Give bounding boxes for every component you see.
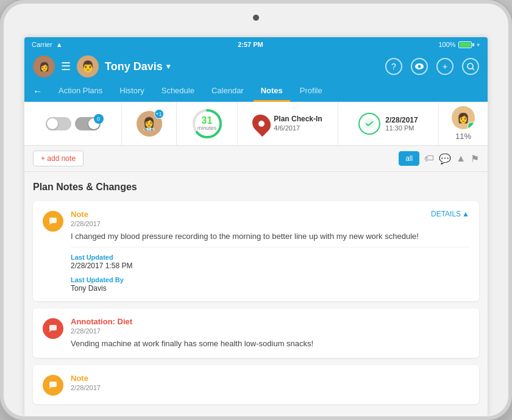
last-updated-label: Last Updated — [71, 254, 469, 261]
sidebar-avatar[interactable]: 👩 — [33, 55, 55, 77]
checklist-time: 11:30 PM — [385, 124, 418, 132]
search-icon[interactable] — [462, 58, 479, 75]
circle-label: minutes — [197, 126, 217, 132]
circle-progress: 31 minutes — [191, 107, 224, 140]
status-right: 100% + — [438, 41, 480, 48]
pin-icon — [249, 110, 274, 136]
note-card-1: Note DETAILS ▲ 2/28/2017 I changed my bl… — [33, 201, 479, 301]
help-icon[interactable]: ? — [385, 58, 402, 75]
content-area: Plan Notes & Changes Note DETAILS ▲ — [24, 172, 488, 416]
svg-line-3 — [472, 68, 474, 70]
note-divider-1 — [71, 247, 469, 247]
percent-avatar[interactable]: 👩 ✓ — [452, 106, 475, 129]
note-body-3: Note 2/28/2017 — [71, 374, 469, 396]
add-note-bar: + add note all 🏷 💬 ▲ ⚑ — [24, 146, 488, 172]
checkin-text: Plan Check-In 4/6/2017 — [274, 115, 322, 133]
hamburger-menu[interactable]: ☰ — [61, 60, 71, 73]
note-text-1: I changed my blood pressure recording to… — [71, 231, 469, 242]
tab-schedule[interactable]: Schedule — [154, 81, 202, 102]
toggle-badge: 0 — [94, 114, 104, 124]
circle-value: 31 — [197, 115, 217, 126]
note-text-2: Vending machine at work finally has some… — [71, 338, 469, 349]
summary-toggles: 0 — [24, 102, 122, 145]
add-icon[interactable]: + — [436, 58, 453, 75]
user-dropdown-arrow[interactable]: ▾ — [166, 62, 170, 71]
note-type-2: Annotation: Diet — [71, 317, 132, 326]
toggle-left[interactable] — [46, 117, 71, 130]
carrier-text: Carrier — [32, 41, 52, 48]
tab-notes[interactable]: Notes — [254, 81, 290, 102]
filter-all-button[interactable]: all — [399, 151, 419, 166]
patient-face: 👩‍⚕️ — [141, 116, 157, 131]
last-updated-by-value: Tony Davis — [71, 284, 469, 293]
note-icon-2 — [43, 318, 63, 339]
camera — [253, 15, 259, 21]
tab-profile[interactable]: Profile — [293, 81, 330, 102]
svg-marker-8 — [49, 223, 52, 225]
note-meta-by: Last Updated By Tony Davis — [71, 276, 469, 293]
last-updated-by-label: Last Updated By — [71, 276, 469, 283]
device: Carrier ▲ 2:57 PM 100% + 👩 — [0, 0, 512, 420]
svg-point-2 — [468, 63, 473, 69]
notification-badge: +1 — [154, 109, 164, 119]
note-type-1: Note — [71, 210, 88, 219]
summary-checklist: 2/28/2017 11:30 PM — [338, 102, 439, 145]
plus-indicator: + — [477, 41, 480, 48]
checklist-icon[interactable] — [358, 113, 380, 135]
section-title: Plan Notes & Changes — [33, 182, 479, 193]
note-date-3: 2/28/2017 — [71, 384, 469, 391]
note-header-3: Note — [71, 374, 469, 383]
filter-icons: all 🏷 💬 ▲ ⚑ — [399, 151, 479, 166]
note-meta-updated: Last Updated 2/28/2017 1:58 PM — [71, 254, 469, 270]
note-icon-3 — [43, 375, 63, 396]
tab-calendar[interactable]: Calendar — [204, 81, 251, 102]
summary-circle: 31 minutes — [177, 102, 238, 145]
status-left: Carrier ▲ — [32, 41, 63, 48]
checkin-label: Plan Check-In — [274, 115, 322, 124]
header: 👩 ☰ 👨 Tony Davis ▾ ? — [24, 52, 488, 81]
header-right: ? + — [385, 58, 479, 75]
user-avatar[interactable]: 👨 — [77, 55, 99, 77]
note-header-2: Annotation: Diet — [71, 317, 469, 326]
summary-checkin[interactable]: Plan Check-In 4/6/2017 — [238, 102, 338, 145]
nav-back-button[interactable]: ← — [33, 86, 43, 97]
note-type-3: Note — [71, 374, 88, 383]
note-body-1: Note DETAILS ▲ 2/28/2017 I changed my bl… — [71, 210, 469, 293]
filter-alert-icon[interactable]: ▲ — [456, 153, 466, 164]
wifi-icon: ▲ — [56, 41, 63, 48]
tab-history[interactable]: History — [112, 81, 151, 102]
svg-rect-11 — [49, 382, 57, 387]
filter-flag-icon[interactable]: ⚑ — [471, 153, 479, 165]
note-card-2: Annotation: Diet 2/28/2017 Vending machi… — [33, 308, 479, 358]
tab-action-plans[interactable]: Action Plans — [51, 81, 110, 102]
status-bar: Carrier ▲ 2:57 PM 100% + — [24, 37, 488, 52]
user-face: 👨 — [77, 55, 99, 77]
note-details-button-1[interactable]: DETAILS ▲ — [431, 210, 469, 218]
user-name-header[interactable]: Tony Davis ▾ — [105, 60, 170, 73]
note-card-3: Note 2/28/2017 — [33, 365, 479, 404]
note-date-2: 2/28/2017 — [71, 327, 469, 335]
status-time: 2:57 PM — [238, 41, 263, 48]
note-icon-1 — [43, 211, 63, 232]
percent-value: 11% — [455, 132, 471, 141]
svg-point-1 — [418, 65, 421, 68]
checklist-info: 2/28/2017 11:30 PM — [385, 116, 418, 132]
note-body-2: Annotation: Diet 2/28/2017 Vending machi… — [71, 317, 469, 349]
filter-chat-icon[interactable]: 💬 — [439, 153, 451, 165]
screen: Carrier ▲ 2:57 PM 100% + 👩 — [24, 37, 488, 416]
battery-icon — [458, 41, 474, 48]
summary-avatar: 👩‍⚕️ +1 — [122, 102, 177, 145]
summary-percent: 👩 ✓ 11% — [439, 102, 488, 145]
patient-avatar-wrap: 👩‍⚕️ +1 — [137, 111, 162, 137]
add-note-button[interactable]: + add note — [33, 151, 84, 166]
svg-rect-9 — [49, 325, 57, 330]
summary-bar: 0 👩‍⚕️ +1 — [24, 102, 488, 146]
last-updated-value: 2/28/2017 1:58 PM — [71, 262, 469, 270]
eye-icon[interactable] — [411, 58, 428, 75]
battery-percent: 100% — [438, 41, 455, 48]
nav-bar: ← Action Plans History Schedule Calendar… — [24, 81, 488, 102]
user-photo-small: 👩 — [33, 55, 55, 77]
checklist-date: 2/28/2017 — [385, 116, 418, 124]
filter-bookmark-icon[interactable]: 🏷 — [424, 153, 434, 164]
header-left: 👩 ☰ 👨 Tony Davis ▾ — [33, 55, 170, 77]
